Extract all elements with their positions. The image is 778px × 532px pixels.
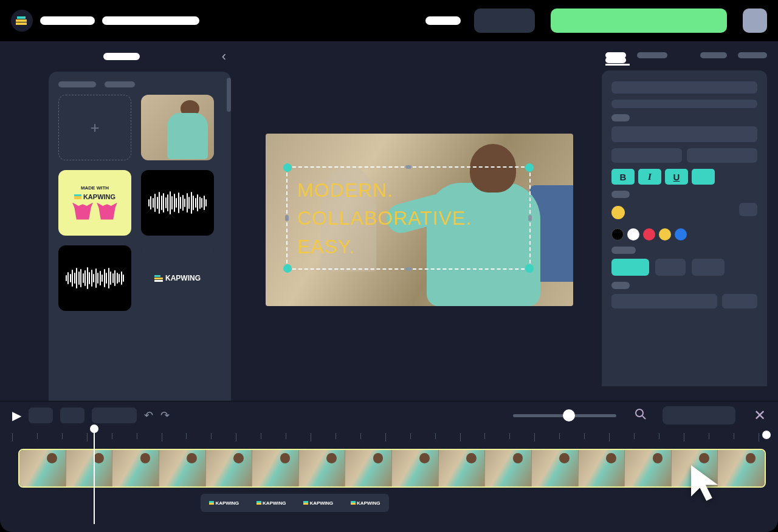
close-icon[interactable]: ✕ xyxy=(754,407,766,424)
property-field[interactable] xyxy=(611,126,757,142)
cursor-icon xyxy=(687,462,725,505)
italic-button[interactable]: I xyxy=(638,169,661,185)
timeline-control[interactable] xyxy=(92,408,137,423)
timeline-toolbar: ▶ ↶ ↷ ✕ xyxy=(0,401,778,429)
timeline-control[interactable] xyxy=(29,408,53,423)
media-item-video[interactable] xyxy=(141,95,214,160)
header-secondary-button[interactable] xyxy=(474,9,535,33)
color-swatch-black[interactable] xyxy=(611,228,624,240)
timeline: ▶ ↶ ↷ ✕ KAPWING KAPWING KAPWING xyxy=(0,401,778,532)
waveform-icon xyxy=(148,191,207,215)
color-palette xyxy=(611,228,757,240)
timeline-end-handle[interactable] xyxy=(762,431,771,439)
timeline-control[interactable] xyxy=(60,408,84,423)
option-button[interactable] xyxy=(692,259,725,276)
resize-handle-tr[interactable] xyxy=(525,163,534,172)
property-field[interactable] xyxy=(611,100,757,108)
canvas-area: MODERN. COLLABORATIVE. EASY. xyxy=(243,41,596,401)
color-field[interactable] xyxy=(739,203,757,216)
zoom-slider-thumb[interactable] xyxy=(563,409,575,421)
svg-line-1 xyxy=(642,416,645,419)
timeline-field[interactable] xyxy=(663,406,735,425)
text-overlay[interactable]: MODERN. COLLABORATIVE. EASY. xyxy=(287,168,529,269)
media-panel: + MADE WITH KAPWING xyxy=(49,72,231,401)
property-label xyxy=(611,191,630,198)
format-more-button[interactable] xyxy=(692,169,715,185)
header-label xyxy=(425,16,461,25)
color-swatch-blue[interactable] xyxy=(675,228,687,240)
video-track[interactable] xyxy=(18,449,766,488)
property-label xyxy=(611,114,630,121)
color-swatch-white[interactable] xyxy=(627,228,639,240)
app-logo[interactable] xyxy=(11,10,33,32)
scrollbar[interactable] xyxy=(227,78,231,112)
current-color-swatch[interactable] xyxy=(611,206,625,219)
redo-button[interactable]: ↷ xyxy=(160,409,170,422)
property-field[interactable] xyxy=(611,294,717,309)
resize-handle-tl[interactable] xyxy=(283,163,292,172)
resize-handle-br[interactable] xyxy=(525,264,534,273)
resize-handle-mr[interactable] xyxy=(528,215,532,221)
sidebar-tab[interactable]: ‹ xyxy=(0,41,243,72)
resize-handle-tm[interactable] xyxy=(405,165,411,169)
playhead[interactable] xyxy=(94,427,95,524)
property-field[interactable] xyxy=(687,148,757,163)
color-swatch-red[interactable] xyxy=(643,228,655,240)
resize-handle-bm[interactable] xyxy=(405,267,411,271)
media-item-audio-2[interactable] xyxy=(58,245,131,311)
zoom-slider[interactable] xyxy=(513,414,616,417)
text-overlay-selection[interactable]: MODERN. COLLABORATIVE. EASY. xyxy=(286,166,531,270)
app-header xyxy=(0,0,778,41)
properties-tab-4[interactable] xyxy=(738,52,767,58)
properties-sidebar: B I U xyxy=(596,41,778,401)
media-item-audio-1[interactable] xyxy=(141,170,214,236)
header-avatar[interactable] xyxy=(743,9,767,33)
search-icon[interactable] xyxy=(635,408,647,423)
play-button[interactable]: ▶ xyxy=(12,408,21,423)
property-field[interactable] xyxy=(611,81,757,94)
timeline-ruler[interactable] xyxy=(12,429,766,446)
header-breadcrumb-2[interactable] xyxy=(102,16,199,25)
media-item-promo[interactable]: MADE WITH KAPWING xyxy=(58,170,131,236)
undo-button[interactable]: ↶ xyxy=(144,409,153,422)
option-button-active[interactable] xyxy=(611,259,649,276)
header-primary-button[interactable] xyxy=(551,9,727,33)
color-swatch-yellow[interactable] xyxy=(659,228,671,240)
properties-tab-3[interactable] xyxy=(700,52,727,58)
media-tab-2[interactable] xyxy=(105,81,135,87)
property-label xyxy=(611,282,630,289)
property-label xyxy=(611,247,636,254)
add-media-button[interactable]: + xyxy=(58,95,131,160)
property-field[interactable] xyxy=(722,294,757,309)
properties-tab-1[interactable] xyxy=(605,52,626,58)
overlay-track[interactable]: KAPWING KAPWING KAPWING KAPWING xyxy=(201,494,389,512)
property-field[interactable] xyxy=(611,148,682,163)
svg-point-0 xyxy=(636,409,643,417)
media-item-brand[interactable]: KAPWING xyxy=(141,245,214,311)
video-canvas[interactable]: MODERN. COLLABORATIVE. EASY. xyxy=(266,134,573,306)
underline-button[interactable]: U xyxy=(665,169,688,185)
media-sidebar: ‹ + MADE WITH xyxy=(0,41,243,401)
resize-handle-ml[interactable] xyxy=(285,215,289,221)
header-breadcrumb-1[interactable] xyxy=(40,16,95,25)
waveform-icon xyxy=(66,266,125,290)
properties-tab-2[interactable] xyxy=(637,52,667,58)
option-button[interactable] xyxy=(655,259,686,276)
resize-handle-bl[interactable] xyxy=(283,264,292,273)
media-tab-1[interactable] xyxy=(58,81,96,87)
chevron-left-icon[interactable]: ‹ xyxy=(222,49,226,64)
properties-panel: B I U xyxy=(602,70,767,386)
bold-button[interactable]: B xyxy=(611,169,635,185)
